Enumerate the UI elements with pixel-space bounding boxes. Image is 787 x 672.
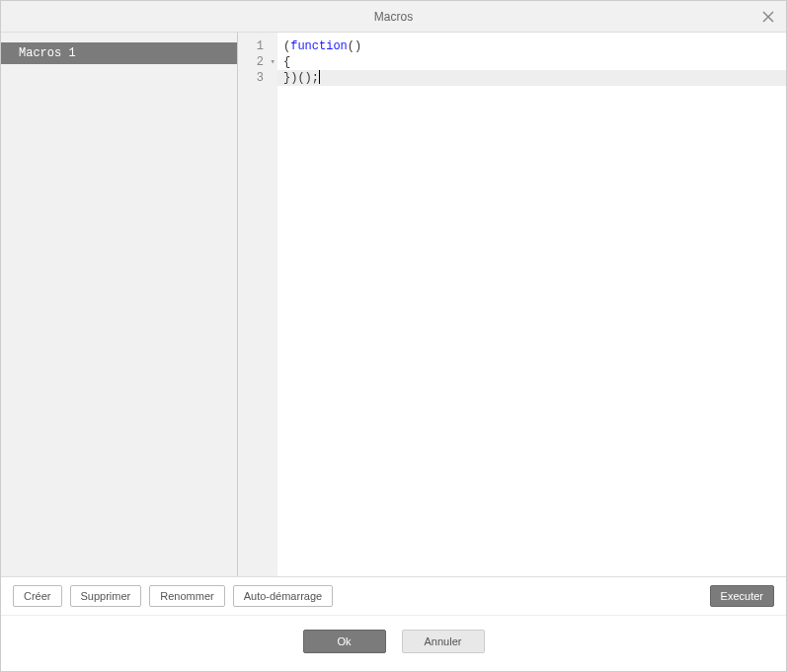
titlebar: Macros (1, 1, 786, 33)
gutter-line: 2▾ (238, 54, 277, 70)
autostart-button[interactable]: Auto-démarrage (233, 585, 334, 607)
gutter-line: 3 (238, 70, 277, 86)
code-token: })(); (283, 71, 319, 85)
footer: Ok Annuler (1, 615, 786, 671)
delete-button[interactable]: Supprimer (70, 585, 142, 607)
cancel-button[interactable]: Annuler (402, 630, 485, 653)
code-token: { (283, 55, 290, 69)
create-button[interactable]: Créer (13, 585, 62, 607)
rename-button[interactable]: Renommer (149, 585, 224, 607)
run-button[interactable]: Executer (710, 585, 774, 607)
macro-list-item[interactable]: Macros 1 (1, 42, 237, 64)
close-button[interactable] (758, 7, 778, 27)
code-line[interactable]: })(); (277, 70, 786, 86)
fold-icon[interactable]: ▾ (271, 54, 275, 70)
close-icon (762, 11, 774, 23)
editor-code[interactable]: (function(){})(); (277, 33, 786, 576)
code-token: () (348, 39, 361, 53)
code-line[interactable]: (function() (283, 38, 786, 54)
code-editor[interactable]: 12▾3 (function(){})(); (238, 33, 786, 576)
macro-list-item-label: Macros 1 (19, 46, 76, 60)
toolbar: Créer Supprimer Renommer Auto-démarrage … (1, 576, 786, 615)
text-cursor (319, 70, 320, 84)
code-line[interactable]: { (283, 54, 786, 70)
gutter-line: 1 (238, 38, 277, 54)
code-token: function (290, 39, 348, 53)
editor-gutter: 12▾3 (238, 33, 277, 576)
macro-list: Macros 1 (1, 33, 238, 576)
dialog-body: Macros 1 12▾3 (function(){})(); (1, 33, 786, 576)
dialog-title: Macros (374, 10, 413, 24)
macros-dialog: Macros Macros 1 12▾3 (function(){})(); C… (0, 0, 787, 672)
ok-button[interactable]: Ok (303, 630, 386, 653)
